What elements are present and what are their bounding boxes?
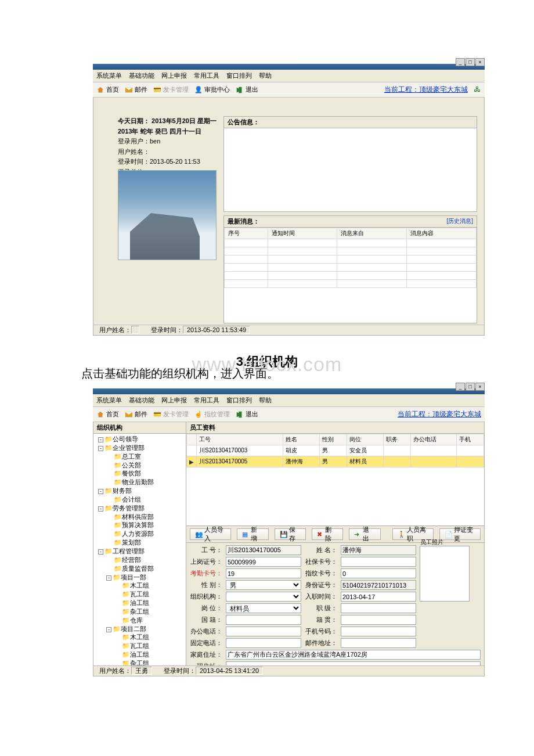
grid-header[interactable]: 性别 [320,434,347,445]
id-no-input[interactable] [341,580,416,590]
tree-node[interactable]: 📁木工组 [95,581,185,590]
current-project-link[interactable]: 当前工程：顶级豪宅大东城 [384,85,468,93]
news-history-link[interactable]: [历史消息] [446,217,473,226]
window-minimize-button[interactable]: _ [456,383,465,391]
grid-header[interactable]: 手机 [457,434,484,445]
tree-node[interactable]: -📁工程管理部 [95,547,185,556]
name-input[interactable] [341,545,416,555]
tree-node[interactable]: 📁瓦工组 [95,590,185,599]
current-project-link[interactable]: 当前工程：顶级豪宅大东城 [398,410,481,418]
fixed-tel-input[interactable] [226,638,301,648]
att-no-input[interactable] [226,568,301,578]
tree-node[interactable]: 📁经营部 [95,556,185,564]
menu-tools[interactable]: 常用工具 [194,71,219,80]
tree-node[interactable]: 📁油工组 [95,599,185,607]
tree-node[interactable]: 📁公关部 [95,461,185,470]
table-row[interactable]: 川S201304170003胡皮男安全员 [187,445,484,456]
photo-box[interactable]: 员工照片 [420,546,470,602]
cert-change-button[interactable]: 📄押证变更 [439,528,481,540]
approve-button[interactable]: 👤 审批中心 [194,85,230,94]
employee-grid[interactable]: 工号姓名性别岗位职务办公电话手机川S201304170003胡皮男安全员▶川S2… [186,434,484,467]
grid-header[interactable] [187,434,197,445]
menu-tools[interactable]: 常用工具 [194,396,219,405]
home-addr-input[interactable] [226,650,481,660]
tree-node[interactable]: 📁物业后勤部 [95,478,185,487]
emp-no-input[interactable] [226,545,301,555]
menu-window[interactable]: 窗口排列 [226,396,252,405]
tree-node[interactable]: 📁杂工组 [95,607,185,616]
window-maximize-button[interactable]: □ [466,58,475,66]
grid-header[interactable]: 职务 [384,434,411,445]
tree-node[interactable]: 📁总工室 [95,452,185,461]
delete-button[interactable]: ✖删 除 [312,528,343,540]
email-input[interactable] [341,638,416,648]
menu-basic[interactable]: 基础功能 [129,71,154,80]
post-select[interactable]: 材料员 [226,603,301,613]
native-input[interactable] [341,615,416,625]
new-button[interactable]: ▦新 增 [237,528,268,540]
table-row[interactable]: ▶川S201304170005潘仲海男材料员 [187,456,484,467]
nation-input[interactable] [226,615,301,625]
office-tel-input[interactable] [226,627,301,636]
tree-node[interactable]: -📁劳务管理部 [95,504,185,513]
expand-icon[interactable]: - [98,446,103,451]
window-minimize-button[interactable]: _ [456,58,465,66]
mail-button[interactable]: 邮件 [125,410,147,419]
window-close-button[interactable]: × [475,383,485,391]
expand-icon[interactable]: - [98,506,103,512]
expand-icon[interactable]: - [98,489,103,494]
expand-icon[interactable]: - [106,575,111,581]
fp-no-input[interactable] [341,568,416,578]
grid-header[interactable]: 岗位 [347,434,384,445]
exit-button[interactable]: 退出 [236,85,258,94]
mobile-input[interactable] [341,627,416,636]
level-input[interactable] [341,603,416,613]
org-select[interactable] [226,592,301,602]
import-button[interactable]: 👥人员导入 [190,528,231,540]
expand-icon[interactable]: - [106,627,111,632]
grid-header[interactable]: 办公电话 [410,434,456,445]
grid-header[interactable]: 工号 [197,434,283,445]
ss-no-input[interactable] [341,557,416,567]
tree-node[interactable]: 📁木工组 [95,633,185,642]
tree-node[interactable]: 📁策划部 [95,538,185,547]
tree-node[interactable]: -📁公司领导 [95,435,185,444]
expand-icon[interactable]: - [98,437,103,442]
home-button[interactable]: 首页 [96,410,119,419]
tree-node[interactable]: 📁人力资源部 [95,530,185,538]
news-row-empty [225,280,477,288]
menu-system[interactable]: 系统菜单 [96,71,122,80]
menu-system[interactable]: 系统菜单 [96,396,122,405]
exit-button[interactable]: 退出 [236,410,258,419]
tree-node[interactable]: 📁预算决算部 [95,521,185,530]
tree-node[interactable]: -📁项目一部 [95,573,185,582]
grid-header[interactable]: 姓名 [283,434,320,445]
org-tree[interactable]: -📁公司领导-📁企业管理部📁总工室📁公关部📁餐饮部📁物业后勤部-📁财务部📁会计组… [93,434,186,676]
tree-node[interactable]: 📁瓦工组 [95,642,185,650]
home-button[interactable]: 首页 [96,85,119,94]
tree-node[interactable]: 📁油工组 [95,650,185,659]
menu-online[interactable]: 网上申报 [161,396,187,405]
tree-node[interactable]: -📁财务部 [95,487,185,495]
cert-no-input[interactable] [226,557,301,567]
menu-basic[interactable]: 基础功能 [129,396,154,405]
mail-button[interactable]: 邮件 [125,85,147,94]
save-button[interactable]: 💾保 存 [275,528,306,540]
expand-icon[interactable]: - [98,549,103,555]
tree-node[interactable]: 📁会计组 [95,495,185,504]
window-close-button[interactable]: × [475,58,485,66]
window-maximize-button[interactable]: □ [466,383,475,391]
tree-node[interactable]: 📁餐饮部 [95,469,185,478]
menu-help[interactable]: 帮助 [259,71,272,80]
tree-node[interactable]: -📁企业管理部 [95,444,185,452]
menu-help[interactable]: 帮助 [259,396,272,405]
tree-node[interactable]: 📁仓库 [95,616,185,625]
gender-select[interactable]: 男 [226,580,301,590]
exit-button[interactable]: ➜退 出 [349,528,380,540]
tree-node[interactable]: 📁材料供应部 [95,513,185,521]
menu-window[interactable]: 窗口排列 [226,71,252,80]
tree-node[interactable]: -📁项目二部 [95,625,185,633]
tree-node[interactable]: 📁质量监督部 [95,564,185,573]
entry-input[interactable] [341,592,416,602]
menu-online[interactable]: 网上申报 [161,71,187,80]
